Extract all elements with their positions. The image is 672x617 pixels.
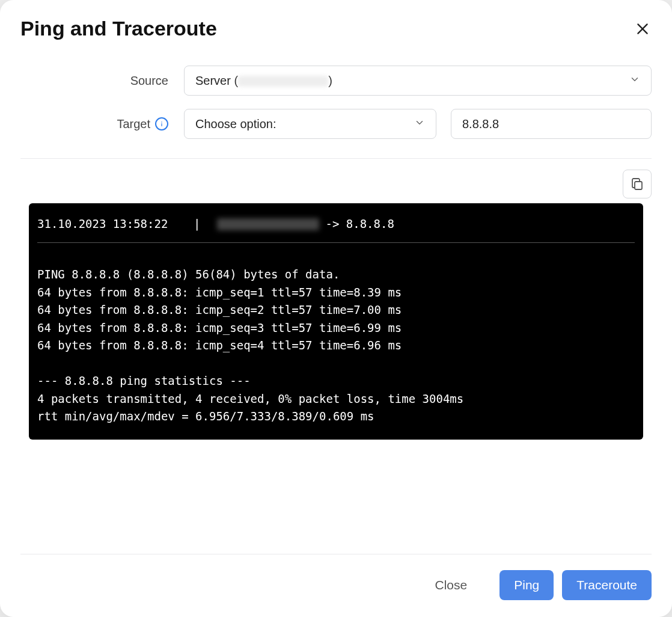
- redacted-ip: [238, 76, 328, 87]
- close-button[interactable]: Close: [421, 570, 482, 600]
- info-icon[interactable]: [155, 117, 168, 130]
- traceroute-button[interactable]: Traceroute: [562, 570, 652, 600]
- svg-point-2: [161, 121, 162, 123]
- target-select-value: Choose option:: [195, 117, 414, 131]
- source-select-value: Server (): [195, 74, 629, 88]
- modal-title: Ping and Traceroute: [20, 17, 217, 40]
- target-select[interactable]: Choose option:: [184, 109, 436, 139]
- target-label: Target: [117, 117, 150, 131]
- output-toolbar: [20, 159, 652, 203]
- target-input-value: 8.8.8.8: [462, 117, 499, 131]
- source-select[interactable]: Server (): [184, 66, 652, 96]
- terminal-header: 31.10.2023 13:58:22 | -> 8.8.8.8: [37, 215, 635, 243]
- svg-rect-3: [161, 123, 162, 126]
- modal-footer: Close Ping Traceroute: [20, 554, 652, 600]
- redacted-source-ip: [217, 218, 319, 230]
- copy-button[interactable]: [623, 170, 652, 198]
- terminal-timestamp: 31.10.2023 13:58:22: [37, 215, 182, 233]
- terminal-pipe: |: [188, 215, 211, 233]
- svg-rect-4: [635, 182, 642, 189]
- chevron-down-icon: [629, 74, 640, 88]
- terminal-output: 31.10.2023 13:58:22 | -> 8.8.8.8 PING 8.…: [29, 203, 643, 440]
- source-label: Source: [20, 74, 184, 88]
- target-input[interactable]: 8.8.8.8: [451, 109, 652, 139]
- copy-icon: [630, 177, 644, 191]
- close-icon[interactable]: [634, 20, 652, 38]
- source-row: Source Server (): [20, 66, 652, 96]
- target-row: Target Choose option: 8.8.8.8: [20, 109, 652, 139]
- ping-button[interactable]: Ping: [499, 570, 554, 600]
- chevron-down-icon: [414, 117, 425, 131]
- terminal-arrow-target: -> 8.8.8.8: [325, 215, 394, 233]
- modal-header: Ping and Traceroute: [20, 17, 652, 40]
- terminal-body: PING 8.8.8.8 (8.8.8.8) 56(84) bytes of d…: [37, 266, 635, 425]
- ping-traceroute-modal: Ping and Traceroute Source Server () Tar…: [0, 0, 672, 617]
